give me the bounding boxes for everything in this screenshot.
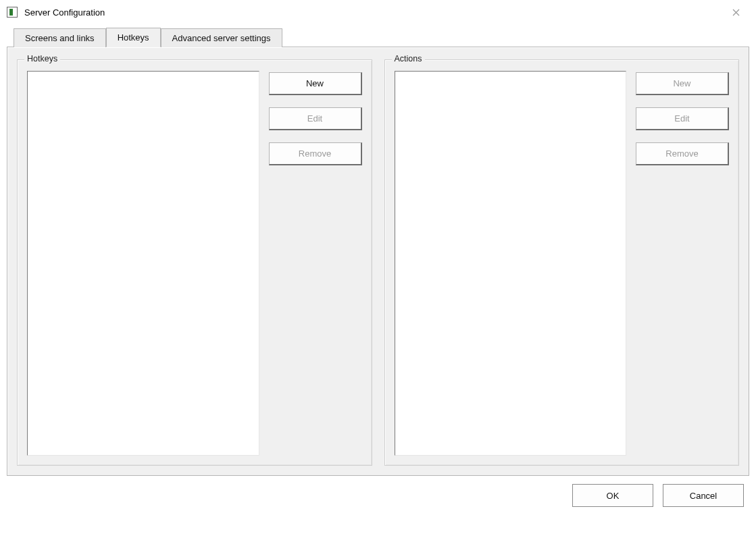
ok-button[interactable]: OK — [572, 484, 653, 507]
tab-panel: Hotkeys New Edit Remove Actions New — [7, 47, 749, 476]
tab-advanced-server-settings[interactable]: Advanced server settings — [161, 28, 282, 47]
group-actions-label: Actions — [392, 54, 425, 63]
actions-edit-button[interactable]: Edit — [636, 107, 729, 130]
hotkeys-list[interactable] — [27, 71, 259, 456]
group-hotkeys-label: Hotkeys — [24, 54, 60, 63]
cancel-button[interactable]: Cancel — [663, 484, 744, 507]
actions-list[interactable] — [395, 71, 627, 456]
tab-bar: Screens and links Hotkeys Advanced serve… — [14, 27, 749, 47]
group-hotkeys: Hotkeys New Edit Remove — [17, 59, 372, 466]
actions-remove-button[interactable]: Remove — [636, 142, 729, 165]
dialog-footer: OK Cancel — [7, 484, 749, 507]
actions-new-button[interactable]: New — [636, 72, 729, 95]
tab-hotkeys[interactable]: Hotkeys — [106, 28, 161, 47]
titlebar: Server Configuration — [0, 0, 756, 24]
close-icon — [732, 9, 740, 16]
tab-screens-and-links[interactable]: Screens and links — [14, 28, 106, 47]
window-title: Server Configuration — [24, 7, 722, 18]
hotkeys-edit-button[interactable]: Edit — [269, 107, 362, 130]
hotkeys-remove-button[interactable]: Remove — [269, 142, 362, 165]
app-icon — [7, 7, 18, 18]
group-actions: Actions New Edit Remove — [384, 59, 740, 466]
hotkeys-new-button[interactable]: New — [269, 72, 362, 95]
close-button[interactable] — [722, 3, 749, 22]
